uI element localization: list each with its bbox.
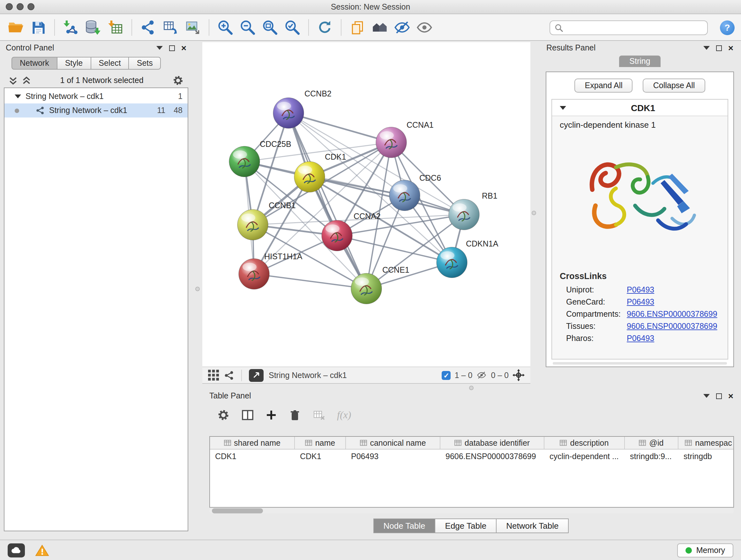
table-body: CDK1CDK1P064939606.ENSP00000378699cyclin… xyxy=(210,449,733,463)
apply-layout-button[interactable] xyxy=(315,18,334,37)
import-network-from-database-button[interactable] xyxy=(84,18,103,37)
table-cell[interactable]: P06493 xyxy=(346,452,441,461)
column-header-namespac[interactable]: namespac xyxy=(678,437,734,449)
zoom-fit-icon xyxy=(262,19,278,36)
zoom-selected-button[interactable] xyxy=(283,18,302,37)
network-node-rb1[interactable]: RB1 xyxy=(449,191,497,230)
left-splitter-handle[interactable] xyxy=(195,287,200,291)
export-image-button[interactable] xyxy=(183,18,202,37)
table-tab-node-table[interactable]: Node Table xyxy=(373,518,435,533)
table-cell[interactable]: 9606.ENSP00000378699 xyxy=(441,452,544,461)
warning-icon[interactable] xyxy=(35,544,49,557)
cloud-button[interactable] xyxy=(8,543,25,557)
show-columns-icon[interactable] xyxy=(241,409,254,422)
table-cell[interactable]: CDK1 xyxy=(295,452,346,461)
control-panel-tab-select[interactable]: Select xyxy=(90,57,129,70)
panel-menu-chevron-icon[interactable] xyxy=(703,46,710,50)
save-session-button[interactable] xyxy=(29,18,48,37)
results-scrollbar[interactable] xyxy=(553,362,727,365)
protein-section-header[interactable]: CDK1 xyxy=(552,100,728,116)
network-node-cdk1[interactable]: CDK1 xyxy=(294,152,346,192)
selected-checkbox-icon[interactable]: ✓ xyxy=(442,371,451,380)
crosslink-compartments[interactable]: 9606.ENSP00000378699 xyxy=(627,309,718,318)
network-node-ccne1[interactable]: CCNE1 xyxy=(351,265,409,304)
new-network-button[interactable] xyxy=(138,18,158,37)
zoom-fit-button[interactable] xyxy=(260,18,280,37)
table-cell[interactable]: stringdb xyxy=(678,452,734,461)
panel-menu-chevron-icon[interactable] xyxy=(156,46,163,50)
network-row[interactable]: String Network – cdk1 11 48 xyxy=(4,104,188,118)
table-horizontal-scrollbar[interactable] xyxy=(209,508,734,513)
panel-close-icon[interactable]: × xyxy=(728,44,733,52)
expand-all-button[interactable]: Expand All xyxy=(575,78,633,92)
results-tab-string[interactable]: String xyxy=(619,56,660,67)
column-header-shared-name[interactable]: shared name xyxy=(210,437,295,449)
table-tab-edge-table[interactable]: Edge Table xyxy=(435,518,497,533)
crosslink-genecard[interactable]: P06493 xyxy=(627,297,654,306)
add-column-plus-icon[interactable] xyxy=(266,409,277,421)
scrollbar-thumb[interactable] xyxy=(212,508,263,513)
crosslink-uniprot[interactable]: P06493 xyxy=(627,285,654,294)
column-header-name[interactable]: name xyxy=(295,437,346,449)
help-button[interactable]: ? xyxy=(720,20,735,35)
collection-disclosure-icon[interactable] xyxy=(15,95,21,98)
hidden-nodes-edges-count: 0 – 0 xyxy=(491,371,509,380)
network-node-ccnb1[interactable]: CCNB1 xyxy=(238,201,296,240)
control-panel-tab-style[interactable]: Style xyxy=(57,57,91,70)
panel-menu-chevron-icon[interactable] xyxy=(703,394,710,398)
control-panel-tab-sets[interactable]: Sets xyxy=(129,57,161,70)
control-panel-tab-network[interactable]: Network xyxy=(11,57,57,70)
panel-float-icon[interactable] xyxy=(716,45,722,51)
network-node-hist1h1a[interactable]: HIST1H1A xyxy=(239,252,302,289)
expand-all-chevrons-icon[interactable] xyxy=(22,76,31,85)
bottom-splitter-handle[interactable] xyxy=(469,386,474,390)
network-graph[interactable]: CCNB2CCNA1CDC25BCDK1CDC6RB1CCNB1CCNA2CDK… xyxy=(202,42,530,367)
zoom-in-button[interactable] xyxy=(216,18,235,37)
network-collection-row[interactable]: String Network – cdk1 1 xyxy=(4,89,188,104)
hide-selected-button[interactable] xyxy=(393,18,412,37)
open-session-button[interactable] xyxy=(6,18,25,37)
section-disclosure-icon[interactable] xyxy=(560,106,566,110)
right-splitter-handle[interactable] xyxy=(532,211,536,215)
crosslink-tissues[interactable]: 9606.ENSP00000378699 xyxy=(627,321,718,330)
import-network-from-file-button[interactable] xyxy=(61,18,80,37)
duplicate-network-button[interactable] xyxy=(348,18,367,37)
first-neighbors-button[interactable] xyxy=(370,18,389,37)
zoom-window-button[interactable] xyxy=(27,3,35,10)
houses-icon xyxy=(372,19,388,36)
table-row[interactable]: CDK1CDK1P064939606.ENSP00000378699cyclin… xyxy=(210,449,733,463)
import-table-from-file-button[interactable] xyxy=(106,18,125,37)
close-window-button[interactable] xyxy=(6,3,13,10)
table-tab-network-table[interactable]: Network Table xyxy=(496,518,569,533)
memory-button[interactable]: Memory xyxy=(677,543,733,557)
column-header-database-identifier[interactable]: database identifier xyxy=(441,437,544,449)
zoom-out-button[interactable] xyxy=(238,18,257,37)
column-header-description[interactable]: description xyxy=(544,437,625,449)
table-cell[interactable]: cyclin-dependent ... xyxy=(544,452,625,461)
collapse-all-button[interactable]: Collapse All xyxy=(643,78,705,92)
panel-close-icon[interactable]: × xyxy=(728,391,733,400)
fit-selection-crosshair-icon[interactable] xyxy=(513,369,525,381)
network-node-cdkn1a[interactable]: CDKN1A xyxy=(436,239,498,278)
network-view-icon[interactable] xyxy=(224,370,234,380)
new-network-from-table-button[interactable] xyxy=(161,18,180,37)
crosslink-pharos[interactable]: P06493 xyxy=(627,334,654,343)
table-settings-gear-icon[interactable] xyxy=(217,409,230,422)
grid-view-icon[interactable] xyxy=(208,370,219,381)
birds-eye-view-button[interactable] xyxy=(249,369,264,381)
table-cell[interactable]: stringdb:9... xyxy=(625,452,678,461)
minimize-window-button[interactable] xyxy=(17,3,23,10)
network-view[interactable]: CCNB2CCNA1CDC25BCDK1CDC6RB1CCNB1CCNA2CDK… xyxy=(202,42,530,367)
delete-column-trash-icon[interactable] xyxy=(288,409,301,422)
gear-icon[interactable] xyxy=(172,75,184,86)
network-node-ccna1[interactable]: CCNA1 xyxy=(376,120,434,158)
search-input[interactable] xyxy=(566,23,703,32)
collapse-all-chevrons-icon[interactable] xyxy=(8,76,18,85)
panel-close-icon[interactable]: × xyxy=(181,44,186,52)
table-cell[interactable]: CDK1 xyxy=(210,452,295,461)
panel-float-icon[interactable] xyxy=(716,393,722,399)
column-header-canonical-name[interactable]: canonical name xyxy=(346,437,441,449)
show-all-button[interactable] xyxy=(415,18,434,37)
column-header--id[interactable]: @id xyxy=(625,437,678,449)
panel-float-icon[interactable] xyxy=(169,45,175,51)
